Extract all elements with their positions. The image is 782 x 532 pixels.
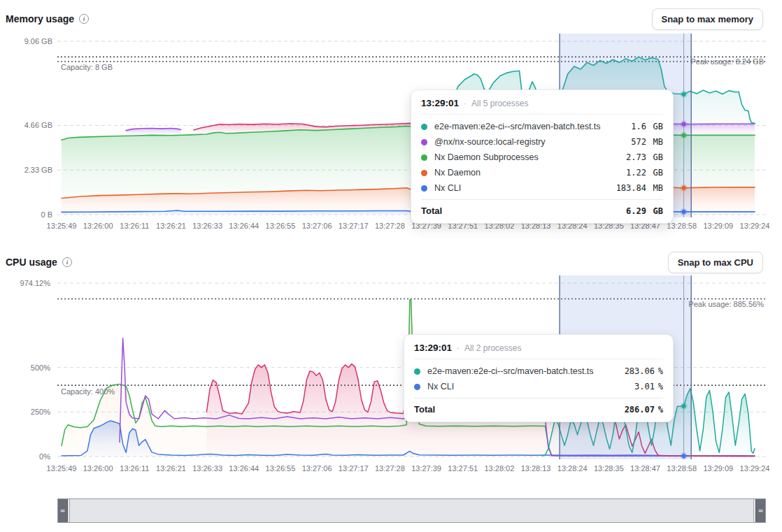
tooltip-total-label: Total [414,404,435,415]
y-axis-tick-label: 4.66 GB [24,121,52,129]
tooltip-header: 13:29:01 · All 5 processes [421,98,663,115]
time-range-brush[interactable]: = = [57,498,766,523]
x-axis-tick-label: 13:27:28 [375,464,405,473]
process-value: 283.06 [625,366,655,376]
hover-marker-dot [682,122,686,127]
process-name: Nx CLI [427,382,454,391]
hover-marker-halo [681,91,688,98]
x-axis-tick-label: 13:26:33 [192,464,222,473]
process-name: Nx CLI [434,183,461,193]
x-axis-tick-label: 13:26:44 [229,222,259,230]
hover-marker-halo [681,185,688,192]
process-value: 1.22 [626,168,646,178]
x-axis-tick-label: 13:28:13 [521,464,551,473]
x-axis-tick-label: 13:28:58 [667,464,697,473]
info-icon[interactable]: i [62,257,72,267]
tooltip-row: Nx CLI3.01% [414,379,663,394]
x-axis-tick-label: 13:29:09 [703,222,733,230]
tooltip-row: e2e-maven:e2e-ci--src/maven-batch.test.t… [414,364,663,379]
tooltip-row: Nx CLI183.84MB [421,180,663,196]
hover-marker-dot [682,92,686,96]
tooltip-row: Nx Daemon Subprocesses2.73GB [421,150,663,165]
snap-to-max-memory-button[interactable]: Snap to max memory [652,8,764,30]
series-line-local-registry-a [126,129,180,131]
brush-selection-edge [753,499,754,522]
tooltip-total-row: Total 6.29 GB [421,199,663,216]
y-axis-tick-label: 9.06 GB [24,37,52,45]
y-axis-tick-label: 250% [31,408,50,416]
process-unit: GB [646,152,663,162]
x-axis-tick-label: 13:27:28 [375,222,405,230]
tooltip-row: e2e-maven:e2e-ci--src/maven-batch.test.t… [421,119,663,134]
brush-handle-right[interactable]: = [755,499,765,522]
x-axis-tick-label: 13:28:58 [667,222,697,230]
cpu-peak-label: Peak usage: 885.56% [688,300,764,308]
series-color-dot [421,154,427,161]
series-area-local-registry-b [668,124,755,135]
hover-marker-dot [682,133,686,137]
process-value: 1.6 [631,122,646,131]
tooltip-total-value: 6.29 [626,206,646,216]
brush-handle-left[interactable]: = [58,499,68,522]
process-name: e2e-maven:e2e-ci--src/maven-batch.test.t… [427,366,594,376]
x-axis-tick-label: 13:29:24 [740,464,770,473]
x-axis-tick-label: 13:26:00 [83,222,113,230]
tooltip-total-unit: % [655,405,663,415]
snap-to-max-cpu-button[interactable]: Snap to max CPU [668,252,763,273]
process-unit: % [655,382,663,391]
hover-marker-halo [681,121,688,128]
series-color-dot [414,384,420,390]
process-value: 572 [631,137,646,147]
memory-chart-plot[interactable] [0,0,782,532]
tooltip-time: 13:29:01 [421,98,459,108]
series-color-dot [421,139,427,145]
tooltip-total-row: Total 286.07 % [414,398,663,415]
y-axis-tick-label: 0 B [41,210,52,219]
process-name: e2e-maven:e2e-ci--src/maven-batch.test.t… [434,122,601,131]
x-axis-tick-label: 13:27:17 [339,464,369,473]
x-axis-tick-label: 13:27:39 [411,464,441,473]
series-color-dot [421,185,427,192]
memory-section-title: Memory usage [6,13,74,24]
memory-section-header: Memory usage i [6,13,89,24]
x-axis-tick-label: 13:27:51 [448,464,478,473]
x-axis-tick-label: 13:26:21 [156,464,186,473]
tooltip-subtitle: All 2 processes [464,343,521,353]
x-axis-tick-label: 13:26:11 [120,222,149,230]
y-axis-tick-label: 974.12% [20,279,50,287]
hover-marker-halo [681,452,688,459]
series-color-dot [421,124,427,130]
y-axis-tick-label: 0% [39,452,50,461]
y-axis-tick-label: 2.33 GB [24,166,52,174]
x-axis-tick-label: 13:26:00 [83,464,113,473]
process-unit: GB [646,122,663,131]
series-area-local-registry-a [126,129,180,136]
y-axis-tick-label: 500% [31,364,50,372]
process-unit: % [655,366,663,376]
hover-marker-halo [681,208,688,215]
x-axis-tick-label: 13:28:24 [557,464,588,473]
x-axis-tick-label: 13:26:33 [192,222,222,230]
cpu-section-title: CPU usage [6,257,57,268]
series-area-cpu-nx-cli [62,421,755,456]
x-axis-tick-label: 13:27:06 [302,222,332,230]
cpu-chart-plot[interactable] [0,0,782,532]
x-axis-tick-label: 13:26:11 [120,464,149,473]
tooltip-separator: · [457,343,460,353]
process-value: 2.73 [626,152,646,162]
tooltip-rows: e2e-maven:e2e-ci--src/maven-batch.test.t… [414,359,663,394]
x-axis-tick-label: 13:29:24 [740,222,770,230]
process-value: 183.84 [616,183,646,193]
process-name: Nx Daemon Subprocesses [434,152,539,162]
tooltip-rows: e2e-maven:e2e-ci--src/maven-batch.test.t… [421,115,663,196]
x-axis-tick-label: 13:28:02 [484,464,514,473]
hover-marker-dot [682,210,686,214]
process-name: Nx Daemon [434,168,481,178]
info-icon[interactable]: i [79,14,89,24]
drag-handle-icon: = [758,506,763,515]
x-axis-tick-label: 13:25:49 [47,222,77,230]
series-color-dot [414,368,420,375]
hover-marker-halo [681,403,688,410]
x-axis-tick-label: 13:27:17 [339,222,369,230]
x-axis-tick-label: 13:28:47 [630,464,660,473]
